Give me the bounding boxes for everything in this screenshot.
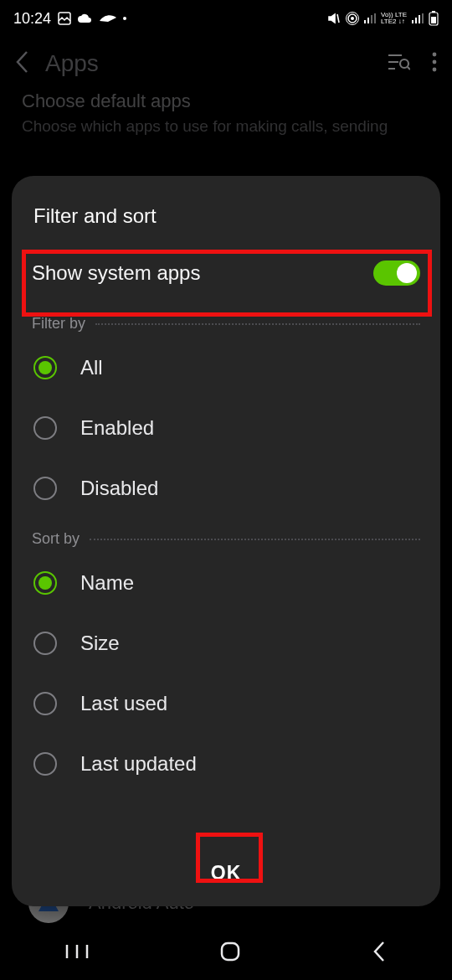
signal-2-icon <box>412 13 424 23</box>
option-label: Last updated <box>80 752 197 776</box>
filter-option-disabled[interactable]: Disabled <box>32 458 420 518</box>
svg-rect-6 <box>371 15 372 23</box>
ok-button[interactable]: OK <box>201 854 252 893</box>
option-label: Enabled <box>80 416 154 440</box>
background-text: Choose default apps Choose which apps to… <box>0 90 452 136</box>
bg-heading: Choose default apps <box>22 90 430 112</box>
sort-by-label: Sort by <box>32 530 80 548</box>
sort-option-name[interactable]: Name <box>32 553 420 613</box>
svg-point-16 <box>433 53 437 57</box>
recents-button[interactable] <box>65 943 89 963</box>
modal-title: Filter and sort <box>32 176 420 243</box>
show-system-apps-row[interactable]: Show system apps <box>32 243 420 303</box>
svg-rect-11 <box>422 13 424 23</box>
svg-point-18 <box>433 68 437 72</box>
sort-by-section: Sort by <box>32 530 420 548</box>
svg-rect-4 <box>364 20 366 23</box>
svg-rect-9 <box>415 18 417 23</box>
mute-icon <box>327 12 341 25</box>
radio-icon <box>33 632 57 655</box>
more-icon[interactable] <box>432 52 437 75</box>
swoosh-icon <box>100 14 116 23</box>
option-label: Last used <box>80 692 167 715</box>
signal-1-icon <box>364 13 376 23</box>
filter-sort-modal: Filter and sort Show system apps Filter … <box>12 176 440 906</box>
show-system-apps-label: Show system apps <box>32 261 200 285</box>
sort-option-last-updated[interactable]: Last updated <box>32 734 420 794</box>
svg-point-15 <box>400 59 408 68</box>
back-icon[interactable] <box>15 50 30 77</box>
page-title: Apps <box>45 50 387 77</box>
radio-icon <box>33 416 57 440</box>
bg-sub: Choose which apps to use for making call… <box>22 117 430 136</box>
clock: 10:24 <box>13 10 51 28</box>
search-filter-icon[interactable] <box>387 52 410 75</box>
navigation-bar <box>0 926 452 980</box>
svg-rect-22 <box>222 943 239 960</box>
svg-rect-7 <box>374 13 376 23</box>
home-button[interactable] <box>219 941 241 966</box>
lte-label: Vo)) LTELTE2 ↓↑ <box>381 12 407 25</box>
radio-icon <box>33 571 57 595</box>
cloud-icon <box>78 13 93 23</box>
svg-rect-10 <box>419 15 420 23</box>
radio-icon <box>33 356 57 379</box>
battery-icon <box>429 11 439 26</box>
status-bar: 10:24 Vo)) LTELTE2 ↓↑ <box>0 0 452 37</box>
svg-rect-8 <box>412 20 413 23</box>
svg-rect-5 <box>367 18 369 23</box>
dot-icon <box>123 17 126 20</box>
sort-option-last-used[interactable]: Last used <box>32 673 420 734</box>
option-label: Name <box>80 571 134 595</box>
radio-icon <box>33 752 57 776</box>
gallery-icon <box>58 12 71 25</box>
svg-rect-13 <box>431 17 436 23</box>
filter-option-enabled[interactable]: Enabled <box>32 398 420 458</box>
sort-option-size[interactable]: Size <box>32 613 420 673</box>
option-label: All <box>80 356 103 379</box>
radio-icon <box>33 477 57 500</box>
filter-option-all[interactable]: All <box>32 338 420 398</box>
page-header: Apps <box>0 37 452 90</box>
svg-point-17 <box>433 60 437 64</box>
option-label: Disabled <box>80 477 158 500</box>
filter-by-label: Filter by <box>32 315 85 333</box>
radio-icon <box>33 692 57 715</box>
show-system-apps-toggle[interactable] <box>373 260 420 286</box>
filter-by-section: Filter by <box>32 315 420 333</box>
svg-point-1 <box>351 17 354 20</box>
svg-rect-14 <box>432 11 435 13</box>
hotspot-icon <box>346 12 359 25</box>
nav-back-button[interactable] <box>372 941 387 966</box>
option-label: Size <box>80 632 120 655</box>
